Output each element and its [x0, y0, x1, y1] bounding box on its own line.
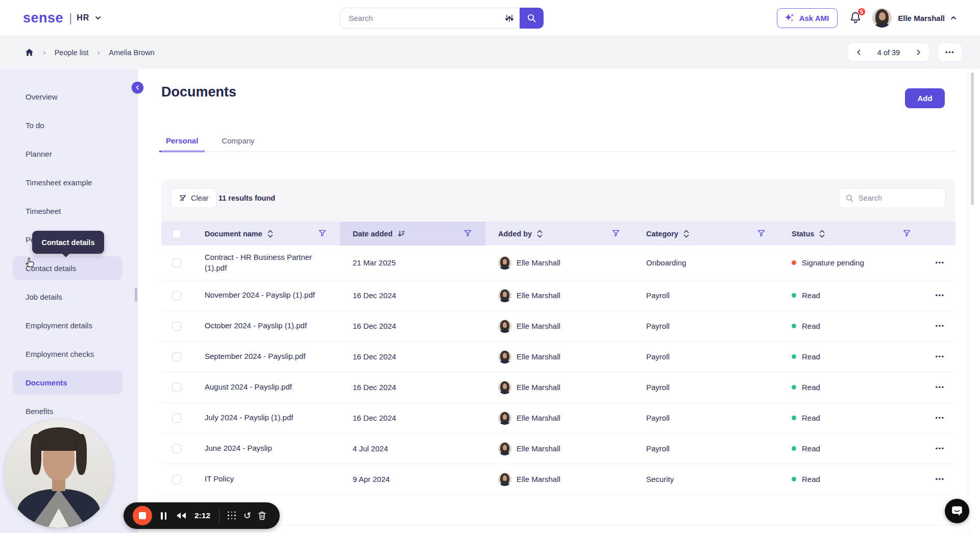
sort-desc-icon[interactable] [397, 230, 405, 238]
row-actions-button[interactable]: ••• [924, 414, 955, 422]
document-name[interactable]: July 2024 - Payslip (1).pdf [192, 413, 340, 423]
search-icon [845, 194, 854, 203]
recording-time: 2:12 [194, 511, 210, 520]
added-by-avatar [498, 411, 511, 425]
sidebar-collapse-button[interactable] [132, 82, 143, 93]
row-checkbox-cell [161, 414, 192, 423]
notifications[interactable]: 5 [849, 11, 863, 25]
document-name[interactable]: Contract - HR Business Partner (1).pdf [192, 252, 340, 273]
row-actions-button[interactable]: ••• [924, 322, 955, 330]
drag-handle-icon[interactable] [228, 512, 236, 520]
sidebar-scrollbar[interactable] [135, 287, 137, 302]
row-checkbox[interactable] [172, 291, 181, 300]
sidebar-item-employment-checks[interactable]: Employment checks [13, 342, 122, 366]
date-added: 16 Dec 2024 [340, 352, 485, 361]
row-checkbox[interactable] [172, 383, 181, 392]
global-search-input[interactable] [340, 14, 505, 22]
status-dot-icon [792, 293, 796, 298]
search-button[interactable] [520, 8, 544, 29]
header-actions: Ask AMI 5 Elle Marshall [777, 0, 957, 36]
sidebar-item-benefits[interactable]: Benefits [13, 399, 122, 423]
column-header-date-added[interactable]: Date added [340, 222, 485, 246]
row-checkbox[interactable] [172, 414, 181, 423]
chevron-down-icon[interactable] [94, 14, 102, 21]
ask-ami-button[interactable]: Ask AMI [777, 8, 838, 28]
column-header-added-by[interactable]: Added by [485, 222, 633, 246]
table-search-input[interactable] [859, 194, 939, 202]
sidebar-item-timesheet-example[interactable]: Timesheet example [13, 171, 122, 194]
home-icon[interactable] [24, 47, 34, 57]
document-name[interactable]: August 2024 - Payslip.pdf [192, 382, 340, 392]
document-name[interactable]: October 2024 - Payslip (1).pdf [192, 321, 340, 331]
filter-funnel-icon[interactable] [757, 229, 766, 239]
sidebar-item-timesheet[interactable]: Timesheet [13, 199, 122, 223]
select-all-checkbox[interactable] [172, 229, 181, 238]
sidebar-item-overview[interactable]: Overview [13, 85, 122, 108]
webcam-person-hair [35, 427, 82, 451]
filter-funnel-icon[interactable] [463, 229, 472, 239]
document-name[interactable]: June 2024 - Payslip [192, 443, 340, 453]
row-checkbox[interactable] [172, 352, 181, 361]
hand-cursor-icon [24, 257, 36, 269]
document-name[interactable]: November 2024 - Payslip (1).pdf [192, 290, 340, 300]
pager-next-icon[interactable] [915, 49, 922, 56]
column-header-status[interactable]: Status [779, 222, 924, 246]
more-actions-button[interactable]: ••• [938, 43, 962, 61]
pause-recording-button[interactable] [161, 512, 166, 520]
filter-funnel-icon[interactable] [611, 229, 620, 239]
page-scrollbar-thumb[interactable] [971, 72, 974, 205]
document-name[interactable]: IT Policy [192, 474, 340, 484]
row-actions-button[interactable]: ••• [924, 292, 955, 299]
status-dot-icon [792, 260, 796, 265]
sort-icon[interactable] [683, 229, 690, 238]
sort-icon[interactable] [819, 229, 825, 238]
top-header: sense | HR Ask AMI [0, 0, 980, 36]
column-header-category[interactable]: Category [633, 222, 779, 246]
added-by: Elle Marshall [485, 442, 633, 455]
status: Signature pending [779, 258, 924, 267]
user-avatar[interactable] [872, 8, 892, 28]
added-by-avatar [498, 381, 511, 394]
clear-filters-button[interactable]: Clear [170, 188, 217, 208]
sort-icon[interactable] [267, 229, 274, 238]
filter-funnel-icon[interactable] [902, 229, 911, 239]
add-document-button[interactable]: Add [905, 88, 945, 108]
date-added: 16 Dec 2024 [340, 322, 485, 330]
brand[interactable]: sense | HR [23, 0, 102, 36]
sort-icon[interactable] [536, 229, 543, 238]
row-actions-button[interactable]: ••• [924, 259, 955, 266]
sidebar-item-to-do[interactable]: To do [13, 113, 122, 137]
user-name[interactable]: Elle Marshall [898, 14, 945, 22]
tab-company[interactable]: Company [215, 131, 261, 152]
table-row: August 2024 - Payslip.pdf16 Dec 2024Elle… [161, 372, 955, 403]
stop-recording-button[interactable] [133, 506, 152, 525]
rewind-button[interactable] [176, 512, 186, 519]
webcam-bubble[interactable] [5, 420, 113, 528]
status: Read [779, 352, 924, 361]
sidebar-item-documents[interactable]: Documents [13, 371, 122, 394]
column-header-document-name[interactable]: Document name [192, 222, 340, 246]
tab-personal[interactable]: Personal [159, 131, 205, 152]
row-checkbox[interactable] [172, 322, 181, 331]
sidebar-item-job-details[interactable]: Job details [13, 285, 122, 308]
restart-recording-icon[interactable]: ↺ [243, 511, 251, 520]
delete-recording-button[interactable] [258, 511, 266, 520]
chat-launcher-button[interactable] [945, 499, 969, 523]
filter-funnel-icon[interactable] [318, 229, 327, 239]
sidebar-item-planner[interactable]: Planner [13, 142, 122, 165]
search-filter-sliders-icon[interactable] [505, 14, 514, 23]
row-actions-button[interactable]: ••• [924, 383, 955, 391]
row-actions-button[interactable]: ••• [924, 475, 955, 483]
pager-prev-icon[interactable] [855, 49, 862, 56]
status: Read [779, 291, 924, 300]
row-checkbox[interactable] [172, 258, 181, 268]
added-by-avatar [498, 320, 511, 333]
row-checkbox[interactable] [172, 475, 181, 484]
row-actions-button[interactable]: ••• [924, 445, 955, 452]
breadcrumb-people-list[interactable]: People list [55, 49, 89, 57]
sidebar-item-employment-details[interactable]: Employment details [13, 313, 122, 337]
row-checkbox[interactable] [172, 444, 181, 453]
document-name[interactable]: September 2024 - Payslip.pdf [192, 351, 340, 361]
row-actions-button[interactable]: ••• [924, 353, 955, 360]
chevron-up-icon[interactable] [950, 14, 957, 21]
